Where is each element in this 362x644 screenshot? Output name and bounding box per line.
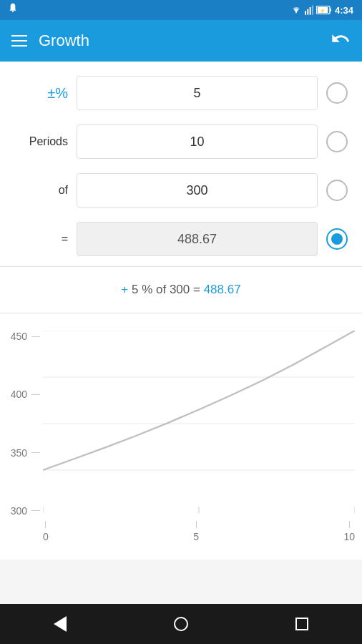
y-label-400: 400 — [7, 389, 43, 400]
battery-icon: ⚡ — [316, 6, 332, 14]
y-tick-350 — [31, 452, 40, 453]
undo-button[interactable] — [331, 29, 351, 53]
result-row: = — [0, 215, 362, 263]
status-bar: ⚡ 4:34 — [0, 0, 362, 20]
main-content: ±% Periods of = + 5 % of 300 = 488.67 — [0, 62, 362, 323]
y-tick-400 — [31, 394, 40, 395]
periods-radio[interactable] — [326, 131, 348, 152]
periods-label: Periods — [14, 135, 68, 148]
x-axis-labels: 0 5 10 — [43, 520, 355, 545]
percent-input[interactable] — [77, 76, 318, 110]
svg-rect-8 — [330, 9, 331, 11]
bottom-nav — [0, 604, 362, 644]
y-label-350: 350 — [7, 447, 43, 459]
of-radio[interactable] — [326, 180, 348, 201]
svg-rect-6 — [312, 5, 313, 14]
signal-icon — [305, 5, 313, 15]
radio-inner — [331, 233, 343, 245]
summary-plus: + — [121, 283, 128, 296]
percent-radio[interactable] — [326, 82, 348, 104]
y-tick-300 — [31, 510, 40, 511]
home-icon — [174, 617, 188, 631]
x-tick-10 — [349, 521, 350, 528]
of-input[interactable] — [77, 173, 318, 208]
of-label: of — [14, 184, 68, 197]
back-icon — [54, 616, 67, 632]
summary-line: + 5 % of 300 = 488.67 — [0, 270, 362, 310]
x-label-0: 0 — [43, 521, 49, 542]
result-radio[interactable] — [326, 228, 348, 250]
chart-inner: 450 400 350 300 — [7, 331, 355, 545]
summary-result: 488.67 — [204, 283, 241, 296]
svg-rect-1 — [12, 11, 14, 12]
recents-icon — [295, 618, 308, 630]
summary-text: 5 % of 300 = — [132, 283, 204, 296]
recents-button[interactable] — [284, 606, 320, 642]
x-tick-0 — [45, 521, 46, 528]
of-row: of — [0, 166, 362, 215]
x-tick-5 — [196, 521, 197, 528]
back-button[interactable] — [42, 606, 78, 642]
equals-label: = — [14, 233, 68, 245]
x-label-10: 10 — [343, 521, 355, 542]
percent-row: ±% — [0, 69, 362, 117]
percent-label: ±% — [14, 84, 68, 102]
divider-bottom — [0, 313, 362, 313]
y-label-300: 300 — [7, 505, 43, 517]
periods-input[interactable] — [77, 125, 318, 159]
y-tick-450 — [31, 336, 40, 337]
chart-area: 450 400 350 300 — [0, 323, 362, 560]
x-label-5: 5 — [193, 521, 199, 542]
svg-rect-5 — [310, 7, 311, 15]
page-title: Growth — [39, 31, 89, 50]
status-bar-left — [7, 3, 19, 17]
divider-top — [0, 266, 362, 267]
menu-button[interactable] — [11, 35, 27, 47]
periods-row: Periods — [0, 117, 362, 166]
y-label-450: 450 — [7, 331, 43, 342]
svg-point-2 — [295, 11, 297, 13]
svg-rect-4 — [307, 9, 308, 15]
toolbar-left: Growth — [11, 31, 89, 50]
status-time: 4:34 — [335, 5, 353, 16]
notification-icon — [7, 3, 19, 14]
toolbar: Growth — [0, 20, 362, 62]
status-icons: ⚡ 4:34 — [290, 5, 353, 16]
wifi-icon — [290, 6, 302, 14]
chart-svg — [43, 331, 355, 517]
svg-text:⚡: ⚡ — [320, 8, 326, 14]
chart-svg-container — [43, 331, 355, 517]
result-input — [77, 222, 318, 256]
y-axis-labels: 450 400 350 300 — [7, 331, 43, 517]
svg-rect-3 — [305, 11, 306, 14]
home-button[interactable] — [163, 606, 199, 642]
